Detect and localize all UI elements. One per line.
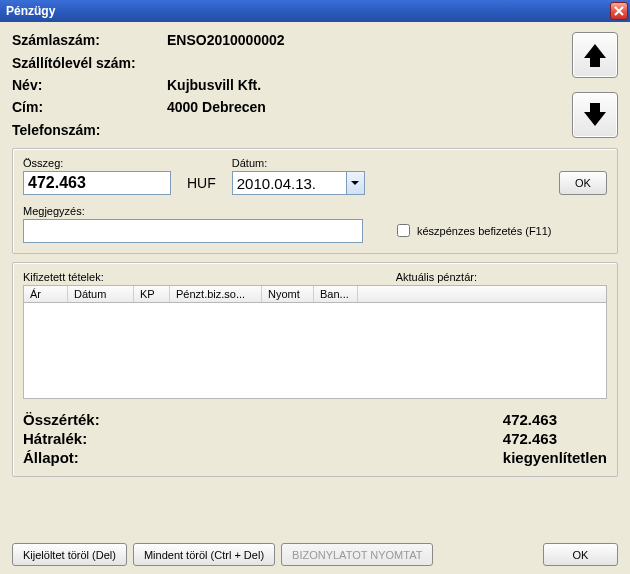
col-receipt[interactable]: Pénzt.biz.so... [170,286,262,302]
value-invoice-no: ENSO2010000002 [167,32,558,48]
window-title: Pénzügy [6,4,55,18]
items-group: Kifizetett tételek: Aktuális pénztár: Ár… [12,262,618,477]
items-list[interactable] [23,303,607,399]
prev-record-button[interactable] [572,32,618,78]
print-receipt-button: BIZONYLATOT NYOMTAT [281,543,433,566]
date-label: Dátum: [232,157,365,169]
arrow-up-icon [580,40,610,70]
note-label: Megjegyzés: [23,205,363,217]
date-dropdown-button[interactable] [347,171,365,195]
cash-checkbox-label: készpénzes befizetés (F11) [417,225,552,237]
paid-items-label: Kifizetett tételek: [23,271,104,283]
col-kp[interactable]: KP [134,286,170,302]
label-phone: Telefonszám: [12,122,167,138]
cash-checkbox-wrap[interactable]: készpénzes befizetés (F11) [393,221,552,240]
bottom-bar: Kijelöltet töröl (Del) Mindent töröl (Ct… [12,543,618,566]
close-icon [614,6,624,16]
col-price[interactable]: Ár [24,286,68,302]
label-address: Cím: [12,99,167,115]
ok-apply-button[interactable]: OK [559,171,607,195]
chevron-down-icon [351,179,359,187]
payment-group: Összeg: HUF Dátum: OK Megjegyzés: [12,148,618,254]
date-input[interactable] [232,171,347,195]
titlebar: Pénzügy [0,0,630,22]
balance-value: 472.463 [503,430,607,447]
col-print[interactable]: Nyomt [262,286,314,302]
col-date[interactable]: Dátum [68,286,134,302]
next-record-button[interactable] [572,92,618,138]
total-value: 472.463 [503,411,607,428]
value-address: 4000 Debrecen [167,99,558,115]
label-name: Név: [12,77,167,93]
header-info: Számlaszám: ENSO2010000002 Szállítólevél… [12,32,618,138]
delete-selected-button[interactable]: Kijelöltet töröl (Del) [12,543,127,566]
amount-input[interactable] [23,171,171,195]
arrow-down-icon [580,100,610,130]
cash-register-label: Aktuális pénztár: [396,271,477,283]
delete-all-button[interactable]: Mindent töröl (Ctrl + Del) [133,543,275,566]
col-filler [358,286,606,302]
status-value: kiegyenlítetlen [503,449,607,466]
status-label: Állapot: [23,449,503,466]
value-name: Kujbusvill Kft. [167,77,558,93]
ok-button[interactable]: OK [543,543,618,566]
amount-label: Összeg: [23,157,171,169]
label-invoice-no: Számlaszám: [12,32,167,48]
totals-block: Összérték: 472.463 Hátralék: 472.463 Áll… [23,411,607,466]
cash-checkbox[interactable] [397,224,410,237]
note-input[interactable] [23,219,363,243]
currency-label: HUF [187,175,216,191]
label-delivery-no: Szállítólevél szám: [12,55,167,71]
close-button[interactable] [610,2,628,20]
total-label: Összérték: [23,411,503,428]
balance-label: Hátralék: [23,430,503,447]
items-header-row: Ár Dátum KP Pénzt.biz.so... Nyomt Ban... [23,285,607,303]
col-bank[interactable]: Ban... [314,286,358,302]
